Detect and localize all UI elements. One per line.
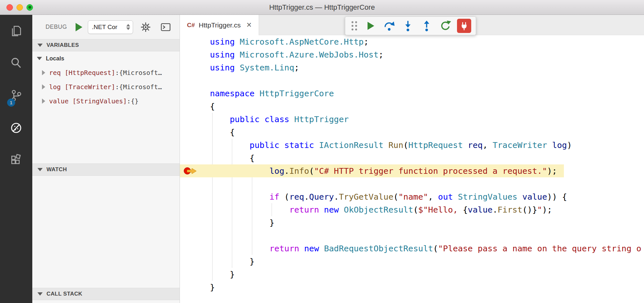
continue-button[interactable] — [363, 18, 378, 33]
expand-arrow-icon — [42, 84, 45, 89]
code-line[interactable]: using Microsoft.Azure.WebJobs.Host; — [180, 48, 644, 61]
code-line[interactable] — [180, 229, 644, 242]
expand-arrow-icon — [42, 99, 45, 104]
code-line[interactable] — [180, 74, 644, 87]
window-title: HttpTrigger.cs — HttpTriggerCore — [269, 3, 375, 12]
toolbar-drag-handle[interactable] — [350, 18, 359, 33]
step-into-button[interactable] — [401, 18, 415, 33]
start-debug-button[interactable] — [76, 22, 85, 33]
variable-row-value[interactable]: value [StringValues]: {} — [32, 94, 180, 108]
code-line[interactable]: } — [180, 281, 644, 294]
scope-locals[interactable]: Locals — [32, 51, 180, 66]
variables-section-title: VARIABLES — [47, 42, 79, 48]
code-area[interactable]: using Microsoft.AspNetCore.Http;using Mi… — [180, 35, 644, 303]
code-line[interactable]: { — [180, 126, 644, 139]
watch-section-header[interactable]: WATCH — [32, 163, 180, 176]
search-icon[interactable] — [0, 47, 32, 79]
workbench: 1 DEBUG .NET Cor — [0, 15, 644, 303]
code-line[interactable]: { — [180, 152, 644, 164]
collapse-arrow-icon — [37, 57, 42, 60]
code-line[interactable]: if (req.Query.TryGetValue("name", out St… — [180, 190, 644, 203]
expand-arrow-icon — [42, 70, 45, 75]
code-line[interactable]: log.Info("C# HTTP trigger function proce… — [180, 164, 644, 177]
code-line[interactable]: { — [180, 100, 644, 113]
traffic-lights — [6, 0, 33, 15]
debug-config-value: .NET Cor — [92, 24, 126, 31]
code-line[interactable] — [180, 177, 644, 190]
watch-empty-area — [32, 176, 180, 288]
code-line[interactable]: } — [180, 268, 644, 281]
play-icon — [76, 23, 82, 31]
explorer-icon[interactable] — [0, 15, 32, 47]
step-over-button[interactable] — [382, 18, 396, 33]
titlebar: HttpTrigger.cs — HttpTriggerCore — [0, 0, 644, 15]
watch-section-title: WATCH — [47, 166, 67, 173]
csharp-file-icon: C# — [187, 22, 195, 29]
debug-view-title: DEBUG — [46, 24, 67, 30]
tab-httptrigger[interactable]: C# HttpTrigger.cs × — [180, 15, 259, 35]
call-stack-section-title: CALL STACK — [47, 291, 82, 297]
debug-sidebar: DEBUG .NET Cor — [32, 15, 180, 303]
select-stepper-icon — [126, 24, 130, 30]
call-stack-section-header[interactable]: CALL STACK — [32, 288, 180, 300]
variable-row-log[interactable]: log [TraceWriter]: {Microsoft… — [32, 80, 180, 94]
debug-console-icon[interactable] — [158, 20, 173, 35]
code-line[interactable]: using System.Linq; — [180, 61, 644, 74]
configure-gear-icon[interactable] — [138, 20, 153, 35]
code-line[interactable]: return new BadRequestObjectResult("Pleas… — [180, 242, 644, 255]
code-line[interactable]: } — [180, 216, 644, 229]
collapse-arrow-icon — [37, 292, 43, 296]
variables-section-header[interactable]: VARIABLES — [32, 39, 180, 51]
code-line[interactable]: } — [180, 255, 644, 268]
close-window-button[interactable] — [6, 4, 13, 11]
step-out-button[interactable] — [420, 18, 434, 33]
variable-row-req[interactable]: req [HttpRequest]: {Microsoft… — [32, 66, 180, 80]
tab-label: HttpTrigger.cs — [199, 21, 241, 29]
collapse-arrow-icon — [37, 44, 43, 47]
debug-toolbar — [345, 16, 476, 35]
editor-pane: C# HttpTrigger.cs × using Microsoft.AspN… — [180, 15, 644, 303]
code-line[interactable]: namespace HttpTriggerCore — [180, 87, 644, 100]
zoom-window-button[interactable] — [26, 4, 33, 11]
variable-rows: req [HttpRequest]: {Microsoft…log [Trace… — [32, 66, 180, 108]
code-line[interactable]: using Microsoft.AspNetCore.Http; — [180, 35, 644, 48]
current-statement-arrow-icon — [187, 168, 197, 174]
activity-bar: 1 — [0, 15, 32, 303]
sidebar-bottom — [32, 300, 180, 303]
code-line[interactable]: return new OkObjectResult($"Hello, {valu… — [180, 203, 644, 216]
minimize-window-button[interactable] — [16, 4, 23, 11]
extensions-icon[interactable] — [0, 144, 32, 176]
source-control-icon[interactable]: 1 — [0, 79, 32, 112]
disconnect-plug-icon — [457, 19, 471, 33]
disconnect-button[interactable] — [457, 18, 471, 33]
restart-button[interactable] — [438, 18, 452, 33]
scm-changes-badge: 1 — [7, 99, 15, 107]
variables-tree: Locals req [HttpRequest]: {Microsoft…log… — [32, 51, 180, 163]
code-line[interactable]: public class HttpTrigger — [180, 113, 644, 126]
zoom-glyph-icon — [28, 6, 31, 9]
code-line[interactable]: public static IActionResult Run(HttpRequ… — [180, 139, 644, 152]
close-tab-icon[interactable]: × — [246, 21, 252, 29]
debug-config-select[interactable]: .NET Cor — [88, 20, 133, 34]
code-lines: using Microsoft.AspNetCore.Http;using Mi… — [180, 35, 644, 294]
debug-icon[interactable] — [0, 112, 32, 144]
debug-sidebar-header: DEBUG .NET Cor — [32, 15, 180, 39]
collapse-arrow-icon — [37, 168, 43, 171]
scope-label: Locals — [46, 55, 64, 62]
